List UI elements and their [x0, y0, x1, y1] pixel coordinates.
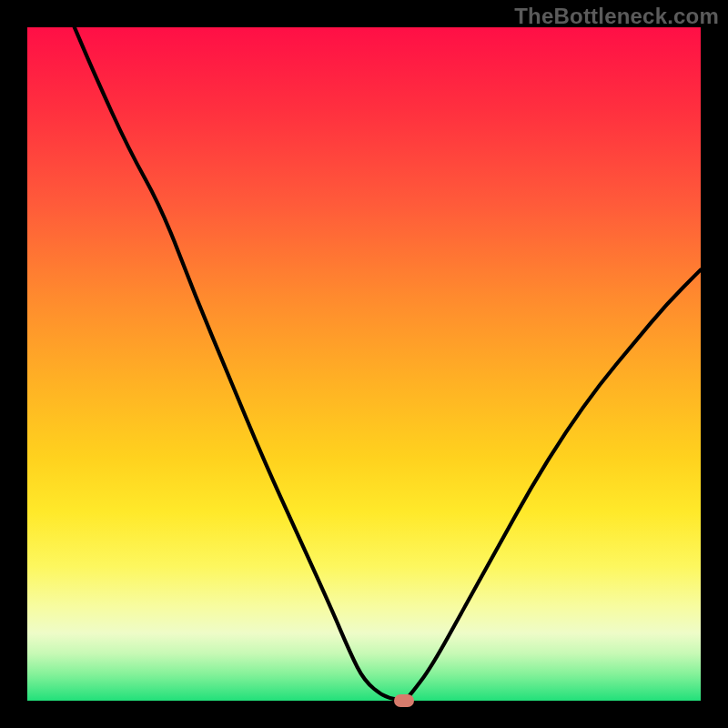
plot-area: [27, 27, 701, 701]
chart-frame: TheBottleneck.com: [0, 0, 728, 728]
min-point-marker: [394, 694, 414, 707]
watermark-text: TheBottleneck.com: [514, 4, 719, 29]
